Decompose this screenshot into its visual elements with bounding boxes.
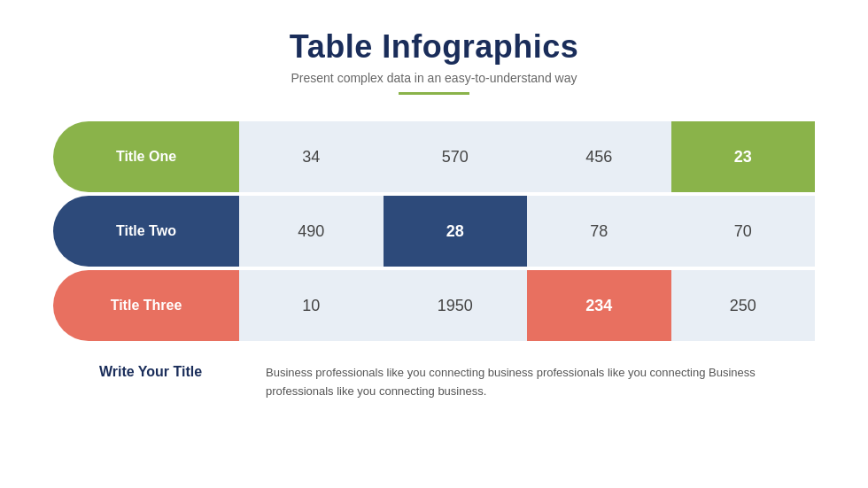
table-row: Title Two490287870 — [53, 196, 815, 267]
data-cell-1-2: 78 — [527, 196, 671, 267]
title-cell-2: Title Three — [53, 270, 239, 341]
table-row: Title Three101950234250 — [53, 270, 815, 341]
table-row: Title One3457045623 — [53, 121, 815, 192]
main-title: Table Infographics — [290, 28, 578, 66]
subtitle: Present complex data in an easy-to-under… — [290, 71, 578, 85]
data-cells-row-1: 490287870 — [239, 196, 815, 267]
footer-description: Business professionals like you connecti… — [248, 364, 806, 401]
data-cell-2-1: 1950 — [384, 270, 528, 341]
data-cell-2-2: 234 — [527, 270, 671, 341]
data-cell-0-3: 23 — [671, 121, 816, 192]
data-cell-2-0: 10 — [239, 270, 384, 341]
footer: Write Your Title Business professionals … — [53, 364, 815, 401]
data-cells-row-2: 101950234250 — [239, 270, 815, 341]
data-cells-row-0: 3457045623 — [239, 121, 815, 192]
data-cell-1-3: 70 — [671, 196, 816, 267]
data-cell-0-0: 34 — [239, 121, 384, 192]
title-cell-0: Title One — [53, 121, 239, 192]
data-cell-0-1: 570 — [384, 121, 528, 192]
data-cell-2-3: 250 — [671, 270, 816, 341]
header: Table Infographics Present complex data … — [290, 0, 578, 95]
underline-decoration — [399, 92, 469, 95]
data-cell-0-2: 456 — [527, 121, 671, 192]
data-cell-1-0: 490 — [239, 196, 384, 267]
table-container: Title One3457045623Title Two490287870Tit… — [53, 121, 815, 345]
title-cell-1: Title Two — [53, 196, 239, 267]
data-cell-1-1: 28 — [384, 196, 528, 267]
footer-title: Write Your Title — [62, 364, 248, 380]
